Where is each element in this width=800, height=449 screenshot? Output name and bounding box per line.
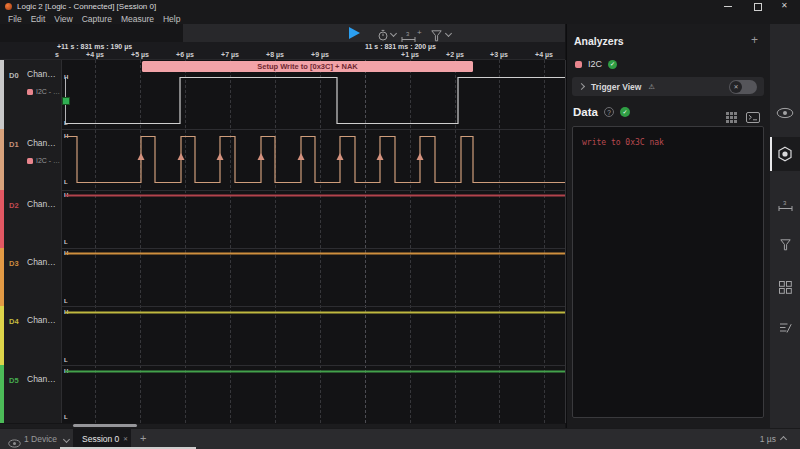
channel-color-stripe: [0, 306, 4, 365]
logic2-app: Logic 2 [Logic - Connected] [Session 0] …: [0, 0, 800, 449]
measurements-panel-icon[interactable]: 3: [770, 190, 800, 220]
trigger-view-row[interactable]: Trigger View ⚠: [572, 77, 764, 96]
i2c-annotation-bar[interactable]: Setup Write to [0x3C] + NAK: [142, 61, 473, 72]
i2c-decoded-data: write to 0x3C nak: [582, 138, 664, 147]
waveform-d1: [62, 129, 565, 190]
notes-panel-icon[interactable]: [770, 312, 800, 342]
analyzer-item-i2c[interactable]: I2C: [575, 59, 617, 69]
waveform-d4: [62, 306, 565, 365]
trigger-view-label: Trigger View: [591, 82, 641, 92]
i2c-color-dot: [27, 89, 33, 95]
sidebar-icon-strip: 3: [770, 24, 800, 428]
waveform-area[interactable]: HLHLHLHLHLHL: [62, 60, 566, 423]
add-session-button[interactable]: +: [140, 432, 146, 444]
data-terminal-box[interactable]: write to 0x3C nak: [572, 126, 764, 418]
table-view-icon[interactable]: [726, 109, 737, 127]
data-title: Data: [573, 106, 598, 118]
menu-capture[interactable]: Capture: [82, 14, 112, 24]
channel-name: Chan…: [27, 199, 56, 209]
channel-color-stripe: [0, 190, 4, 248]
annotations-panel-icon[interactable]: [770, 230, 800, 260]
analyzers-panel: Analyzers + I2C Trigger View ⚠ Data ?: [566, 24, 770, 428]
i2c-bit-marker: [178, 153, 185, 160]
channel-name: Chan…: [27, 374, 56, 384]
channel-analyzer-tag: I2C - …: [27, 88, 60, 95]
session-tab[interactable]: Session 0 ✕: [73, 429, 131, 448]
waveform-d3: [62, 248, 565, 306]
ruler-tick-label: +3 µs: [490, 51, 508, 58]
minimize-button[interactable]: [724, 6, 732, 7]
timeline-ruler[interactable]: +11 s : 831 ms : 190 µs 11 s : 831 ms : …: [0, 42, 565, 60]
toggle-off-icon: [730, 81, 742, 93]
ruler-absolute-time-left: +11 s : 831 ms : 190 µs: [57, 43, 132, 50]
channel-name: Chan…: [27, 257, 56, 267]
channel-color-stripe: [0, 60, 4, 129]
menu-file[interactable]: File: [8, 14, 22, 24]
app-logo-icon: [5, 3, 12, 10]
ruler-tick-label: +4 µs: [86, 51, 104, 58]
channel-label-d3[interactable]: D3Chan…: [0, 248, 62, 306]
trigger-point-icon: [62, 97, 70, 105]
i2c-color-swatch: [575, 61, 582, 68]
channel-id: D0: [9, 71, 19, 80]
channel-label-d0[interactable]: D0Chan…I2C - …: [0, 60, 62, 129]
timeline-scrollbar-thumb[interactable]: [73, 424, 137, 427]
channel-label-d5[interactable]: D5Chan…: [0, 365, 62, 423]
channel-name: Chan…: [27, 315, 56, 325]
add-measurement-icon[interactable]: +: [417, 28, 422, 37]
analyzer-enabled-check-icon[interactable]: [608, 60, 617, 69]
help-icon[interactable]: ?: [604, 107, 614, 117]
device-eye-icon: [8, 434, 21, 449]
channel-id: D1: [9, 140, 19, 149]
menu-edit[interactable]: Edit: [31, 14, 46, 24]
start-capture-button[interactable]: [349, 27, 360, 39]
capture-panel-icon[interactable]: [770, 98, 800, 128]
i2c-bit-marker: [417, 153, 424, 160]
i2c-bit-marker: [298, 153, 305, 160]
ruler-tick-label: +5 µs: [131, 51, 149, 58]
trigger-view-toggle[interactable]: [729, 80, 757, 94]
analyzers-title: Analyzers: [574, 35, 624, 47]
add-analyzer-button[interactable]: +: [751, 33, 758, 47]
close-button[interactable]: [781, 1, 788, 11]
extensions-panel-icon[interactable]: [770, 272, 800, 302]
titlebar: Logic 2 [Logic - Connected] [Session 0]: [0, 0, 800, 13]
ruler-clipped-label: s: [55, 51, 59, 58]
bottombar: 1 Device Session 0 ✕ + 1 µs: [0, 428, 800, 449]
terminal-view-icon[interactable]: [746, 109, 760, 127]
timescale-control[interactable]: 1 µs: [760, 434, 786, 444]
waveform-d2: [62, 190, 565, 248]
channel-id: D5: [9, 376, 19, 385]
timescale-chevron-up-icon: [780, 435, 787, 442]
channel-id: D2: [9, 201, 19, 210]
ruler-tick-label: +1 µs: [401, 51, 419, 58]
toolbar-left-area: [0, 24, 183, 42]
menu-measure[interactable]: Measure: [121, 14, 154, 24]
analyzer-name: I2C: [588, 59, 602, 69]
device-dropdown-chevron-icon[interactable]: [63, 436, 70, 443]
menu-view[interactable]: View: [54, 14, 72, 24]
device-selector[interactable]: 1 Device: [24, 434, 57, 444]
analyzers-panel-icon[interactable]: [770, 137, 800, 171]
data-ready-check-icon: [620, 107, 630, 117]
window-title: Logic 2 [Logic - Connected] [Session 0]: [17, 2, 156, 11]
ruler-tick-label: +4 µs: [535, 51, 553, 58]
channel-label-d4[interactable]: D4Chan…: [0, 306, 62, 365]
channel-analyzer-label: I2C - …: [36, 88, 60, 95]
ruler-tick-label: +8 µs: [266, 51, 284, 58]
channel-label-d1[interactable]: D1Chan…I2C - …: [0, 129, 62, 190]
i2c-bit-marker: [258, 153, 265, 160]
maximize-button[interactable]: [754, 3, 762, 11]
session-tab-close-icon[interactable]: ✕: [123, 435, 128, 442]
i2c-bit-marker: [377, 153, 384, 160]
chevron-right-icon: [578, 83, 585, 90]
menu-help[interactable]: Help: [163, 14, 180, 24]
toolbar: [183, 24, 565, 42]
channel-label-d2[interactable]: D2Chan…: [0, 190, 62, 248]
channel-label-column: D0Chan…I2C - …D1Chan…I2C - …D2Chan…D3Cha…: [0, 60, 62, 423]
i2c-bit-marker: [337, 153, 344, 160]
svg-text:3: 3: [783, 200, 787, 206]
channel-color-stripe: [0, 248, 4, 306]
svg-text:3: 3: [406, 31, 410, 37]
channel-id: D3: [9, 259, 19, 268]
